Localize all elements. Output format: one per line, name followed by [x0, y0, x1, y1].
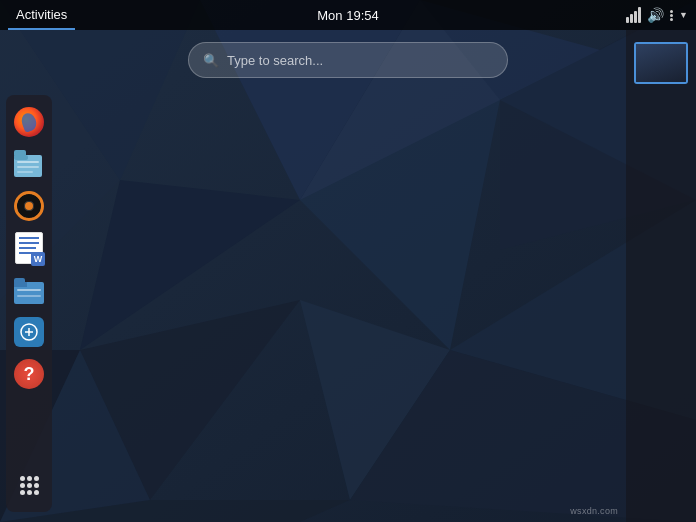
system-tray: 🔊 ▼: [626, 7, 688, 23]
workspace-1-preview: [636, 44, 686, 82]
dock-item-show-apps[interactable]: [10, 466, 48, 504]
dock-item-filemanager[interactable]: [10, 271, 48, 309]
search-bar-container: 🔍 Type to search...: [188, 42, 508, 78]
files-icon: [14, 150, 44, 178]
software-icon: [14, 317, 44, 347]
dock-item-firefox[interactable]: [10, 103, 48, 141]
help-icon: ?: [14, 359, 44, 389]
workspace-1-thumbnail[interactable]: [634, 42, 688, 84]
filemanager-icon: [13, 275, 45, 305]
topbar: Activities Mon 19:54 🔊 ▼: [0, 0, 696, 30]
volume-icon[interactable]: 🔊: [647, 7, 664, 23]
system-menu-icon[interactable]: [670, 10, 673, 21]
activities-button[interactable]: Activities: [8, 0, 75, 30]
dock-item-software[interactable]: [10, 313, 48, 351]
search-icon: 🔍: [203, 53, 219, 68]
writer-icon: W: [15, 232, 43, 264]
dock-item-help[interactable]: ?: [10, 355, 48, 393]
svg-rect-25: [14, 278, 25, 284]
svg-rect-19: [14, 150, 26, 157]
clock: Mon 19:54: [317, 8, 378, 23]
dock: W ?: [6, 95, 52, 512]
network-icon[interactable]: [626, 7, 641, 23]
show-apps-icon: [20, 476, 39, 495]
svg-rect-26: [17, 289, 41, 291]
dock-item-files[interactable]: [10, 145, 48, 183]
svg-rect-22: [17, 171, 33, 173]
search-bar[interactable]: 🔍 Type to search...: [188, 42, 508, 78]
search-placeholder[interactable]: Type to search...: [227, 53, 493, 68]
svg-rect-20: [17, 161, 39, 163]
workspace-panel: [626, 30, 696, 522]
dock-item-writer[interactable]: W: [10, 229, 48, 267]
dock-item-rhythmbox[interactable]: [10, 187, 48, 225]
desktop-background: [0, 0, 696, 522]
system-menu-chevron-icon[interactable]: ▼: [679, 10, 688, 20]
svg-rect-27: [17, 295, 41, 297]
firefox-icon: [14, 107, 44, 137]
rhythmbox-icon: [14, 191, 44, 221]
watermark: wsxdn.com: [570, 506, 618, 516]
svg-rect-21: [17, 166, 39, 168]
